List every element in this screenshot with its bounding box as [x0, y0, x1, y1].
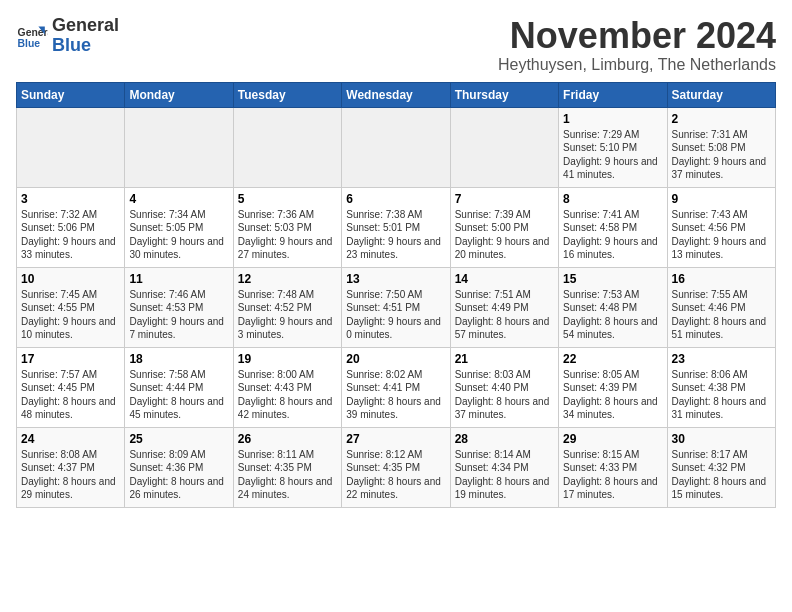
weekday-header-wednesday: Wednesday: [342, 82, 450, 107]
calendar-cell: 4Sunrise: 7:34 AM Sunset: 5:05 PM Daylig…: [125, 187, 233, 267]
calendar-cell: [450, 107, 558, 187]
day-info: Sunrise: 7:31 AM Sunset: 5:08 PM Dayligh…: [672, 128, 771, 182]
day-info: Sunrise: 7:39 AM Sunset: 5:00 PM Dayligh…: [455, 208, 554, 262]
day-info: Sunrise: 7:57 AM Sunset: 4:45 PM Dayligh…: [21, 368, 120, 422]
calendar-cell: 18Sunrise: 7:58 AM Sunset: 4:44 PM Dayli…: [125, 347, 233, 427]
day-number: 5: [238, 192, 337, 206]
calendar-cell: 10Sunrise: 7:45 AM Sunset: 4:55 PM Dayli…: [17, 267, 125, 347]
day-number: 13: [346, 272, 445, 286]
day-number: 11: [129, 272, 228, 286]
calendar-cell: 28Sunrise: 8:14 AM Sunset: 4:34 PM Dayli…: [450, 427, 558, 507]
day-number: 7: [455, 192, 554, 206]
day-info: Sunrise: 7:50 AM Sunset: 4:51 PM Dayligh…: [346, 288, 445, 342]
calendar-cell: [342, 107, 450, 187]
weekday-header-thursday: Thursday: [450, 82, 558, 107]
day-info: Sunrise: 7:53 AM Sunset: 4:48 PM Dayligh…: [563, 288, 662, 342]
week-row-3: 10Sunrise: 7:45 AM Sunset: 4:55 PM Dayli…: [17, 267, 776, 347]
title-area: November 2024 Heythuysen, Limburg, The N…: [498, 16, 776, 74]
calendar-cell: 13Sunrise: 7:50 AM Sunset: 4:51 PM Dayli…: [342, 267, 450, 347]
day-info: Sunrise: 8:03 AM Sunset: 4:40 PM Dayligh…: [455, 368, 554, 422]
logo-icon: General Blue: [16, 20, 48, 52]
calendar-cell: 2Sunrise: 7:31 AM Sunset: 5:08 PM Daylig…: [667, 107, 775, 187]
day-number: 29: [563, 432, 662, 446]
day-number: 25: [129, 432, 228, 446]
day-number: 8: [563, 192, 662, 206]
day-info: Sunrise: 7:43 AM Sunset: 4:56 PM Dayligh…: [672, 208, 771, 262]
calendar-cell: 30Sunrise: 8:17 AM Sunset: 4:32 PM Dayli…: [667, 427, 775, 507]
calendar-cell: 22Sunrise: 8:05 AM Sunset: 4:39 PM Dayli…: [559, 347, 667, 427]
week-row-1: 1Sunrise: 7:29 AM Sunset: 5:10 PM Daylig…: [17, 107, 776, 187]
calendar-cell: 9Sunrise: 7:43 AM Sunset: 4:56 PM Daylig…: [667, 187, 775, 267]
logo: General Blue General Blue: [16, 16, 119, 56]
day-number: 30: [672, 432, 771, 446]
day-number: 23: [672, 352, 771, 366]
header: General Blue General Blue November 2024 …: [16, 16, 776, 74]
calendar-cell: 29Sunrise: 8:15 AM Sunset: 4:33 PM Dayli…: [559, 427, 667, 507]
calendar-cell: 26Sunrise: 8:11 AM Sunset: 4:35 PM Dayli…: [233, 427, 341, 507]
day-number: 4: [129, 192, 228, 206]
day-info: Sunrise: 7:36 AM Sunset: 5:03 PM Dayligh…: [238, 208, 337, 262]
day-number: 16: [672, 272, 771, 286]
calendar-cell: 25Sunrise: 8:09 AM Sunset: 4:36 PM Dayli…: [125, 427, 233, 507]
calendar-cell: 12Sunrise: 7:48 AM Sunset: 4:52 PM Dayli…: [233, 267, 341, 347]
day-number: 15: [563, 272, 662, 286]
day-number: 9: [672, 192, 771, 206]
calendar-cell: [233, 107, 341, 187]
day-info: Sunrise: 8:06 AM Sunset: 4:38 PM Dayligh…: [672, 368, 771, 422]
day-info: Sunrise: 7:48 AM Sunset: 4:52 PM Dayligh…: [238, 288, 337, 342]
day-number: 14: [455, 272, 554, 286]
calendar-cell: 21Sunrise: 8:03 AM Sunset: 4:40 PM Dayli…: [450, 347, 558, 427]
day-info: Sunrise: 8:17 AM Sunset: 4:32 PM Dayligh…: [672, 448, 771, 502]
day-info: Sunrise: 8:15 AM Sunset: 4:33 PM Dayligh…: [563, 448, 662, 502]
day-number: 24: [21, 432, 120, 446]
week-row-2: 3Sunrise: 7:32 AM Sunset: 5:06 PM Daylig…: [17, 187, 776, 267]
day-number: 3: [21, 192, 120, 206]
day-info: Sunrise: 7:55 AM Sunset: 4:46 PM Dayligh…: [672, 288, 771, 342]
day-info: Sunrise: 7:58 AM Sunset: 4:44 PM Dayligh…: [129, 368, 228, 422]
weekday-header-monday: Monday: [125, 82, 233, 107]
svg-text:Blue: Blue: [18, 38, 41, 49]
calendar-cell: 20Sunrise: 8:02 AM Sunset: 4:41 PM Dayli…: [342, 347, 450, 427]
month-title: November 2024: [498, 16, 776, 56]
day-info: Sunrise: 8:09 AM Sunset: 4:36 PM Dayligh…: [129, 448, 228, 502]
calendar-cell: 7Sunrise: 7:39 AM Sunset: 5:00 PM Daylig…: [450, 187, 558, 267]
day-number: 2: [672, 112, 771, 126]
week-row-4: 17Sunrise: 7:57 AM Sunset: 4:45 PM Dayli…: [17, 347, 776, 427]
day-info: Sunrise: 7:32 AM Sunset: 5:06 PM Dayligh…: [21, 208, 120, 262]
calendar-cell: 23Sunrise: 8:06 AM Sunset: 4:38 PM Dayli…: [667, 347, 775, 427]
location-title: Heythuysen, Limburg, The Netherlands: [498, 56, 776, 74]
day-info: Sunrise: 7:51 AM Sunset: 4:49 PM Dayligh…: [455, 288, 554, 342]
calendar-cell: 16Sunrise: 7:55 AM Sunset: 4:46 PM Dayli…: [667, 267, 775, 347]
weekday-header-friday: Friday: [559, 82, 667, 107]
weekday-header-tuesday: Tuesday: [233, 82, 341, 107]
day-number: 10: [21, 272, 120, 286]
day-info: Sunrise: 7:29 AM Sunset: 5:10 PM Dayligh…: [563, 128, 662, 182]
week-row-5: 24Sunrise: 8:08 AM Sunset: 4:37 PM Dayli…: [17, 427, 776, 507]
calendar-cell: 15Sunrise: 7:53 AM Sunset: 4:48 PM Dayli…: [559, 267, 667, 347]
day-info: Sunrise: 7:46 AM Sunset: 4:53 PM Dayligh…: [129, 288, 228, 342]
day-info: Sunrise: 8:14 AM Sunset: 4:34 PM Dayligh…: [455, 448, 554, 502]
day-info: Sunrise: 8:11 AM Sunset: 4:35 PM Dayligh…: [238, 448, 337, 502]
day-info: Sunrise: 7:41 AM Sunset: 4:58 PM Dayligh…: [563, 208, 662, 262]
day-info: Sunrise: 7:34 AM Sunset: 5:05 PM Dayligh…: [129, 208, 228, 262]
day-number: 28: [455, 432, 554, 446]
day-info: Sunrise: 8:05 AM Sunset: 4:39 PM Dayligh…: [563, 368, 662, 422]
weekday-header-sunday: Sunday: [17, 82, 125, 107]
day-number: 27: [346, 432, 445, 446]
calendar-table: SundayMondayTuesdayWednesdayThursdayFrid…: [16, 82, 776, 508]
weekday-header-saturday: Saturday: [667, 82, 775, 107]
calendar-cell: 19Sunrise: 8:00 AM Sunset: 4:43 PM Dayli…: [233, 347, 341, 427]
day-number: 17: [21, 352, 120, 366]
day-number: 20: [346, 352, 445, 366]
calendar-cell: 5Sunrise: 7:36 AM Sunset: 5:03 PM Daylig…: [233, 187, 341, 267]
day-info: Sunrise: 8:02 AM Sunset: 4:41 PM Dayligh…: [346, 368, 445, 422]
day-info: Sunrise: 8:12 AM Sunset: 4:35 PM Dayligh…: [346, 448, 445, 502]
calendar-cell: 14Sunrise: 7:51 AM Sunset: 4:49 PM Dayli…: [450, 267, 558, 347]
calendar-cell: 3Sunrise: 7:32 AM Sunset: 5:06 PM Daylig…: [17, 187, 125, 267]
calendar-cell: 17Sunrise: 7:57 AM Sunset: 4:45 PM Dayli…: [17, 347, 125, 427]
day-number: 6: [346, 192, 445, 206]
day-number: 19: [238, 352, 337, 366]
day-number: 1: [563, 112, 662, 126]
calendar-cell: 6Sunrise: 7:38 AM Sunset: 5:01 PM Daylig…: [342, 187, 450, 267]
calendar-cell: 1Sunrise: 7:29 AM Sunset: 5:10 PM Daylig…: [559, 107, 667, 187]
